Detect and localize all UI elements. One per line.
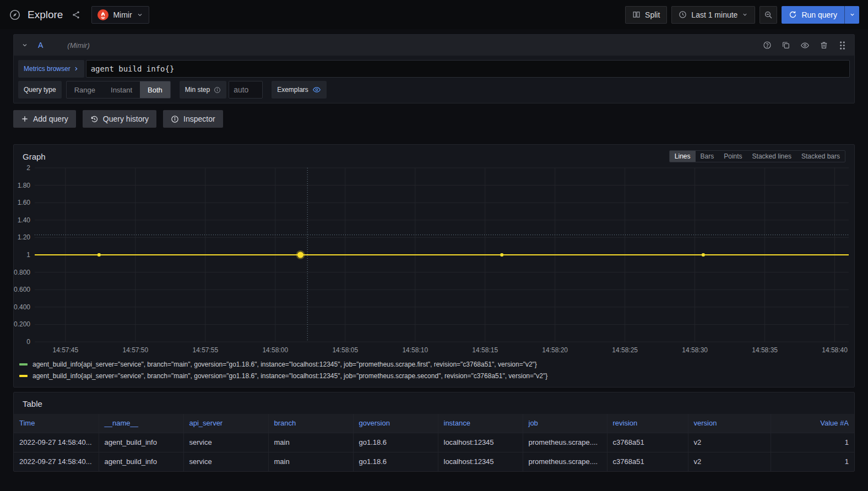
x-axis-tick-label: 14:58:15 — [472, 346, 498, 354]
exemplars-toggle[interactable]: Exemplars — [272, 81, 327, 99]
help-icon[interactable] — [763, 41, 772, 50]
column-header-value-a[interactable]: Value #A — [771, 414, 854, 433]
inspector-button[interactable]: Inspector — [163, 110, 223, 128]
mimir-logo-icon — [97, 9, 109, 20]
legend-label: agent_build_info{api_server="service", b… — [32, 372, 547, 380]
zoom-out-button[interactable] — [760, 6, 777, 24]
run-query-button[interactable]: Run query — [782, 6, 859, 24]
delete-query-trash-icon[interactable] — [820, 41, 828, 50]
table-cell: go1.18.6 — [353, 452, 438, 471]
table-cell: service — [183, 452, 268, 471]
refresh-icon — [789, 10, 797, 19]
column-header--name-[interactable]: __name__ — [99, 414, 183, 433]
table-cell: service — [183, 433, 268, 452]
graph-mode-stacked-bars[interactable]: Stacked bars — [796, 151, 845, 162]
split-button[interactable]: Split — [625, 6, 667, 24]
y-axis-tick-label: 0 — [26, 338, 30, 346]
query-ref-id[interactable]: A — [38, 41, 43, 50]
results-table: Time__name__api_serverbranchgoversionins… — [14, 414, 854, 471]
time-range-picker[interactable]: Last 1 minute — [671, 6, 755, 24]
y-axis-tick-label: 1.20 — [18, 233, 31, 241]
x-axis-tick-label: 14:58:05 — [332, 346, 358, 354]
legend-label: agent_build_info{api_server="service", b… — [32, 361, 537, 368]
y-axis-tick-label: 0.400 — [14, 303, 30, 311]
table-cell: main — [268, 433, 353, 452]
query-history-button[interactable]: Query history — [83, 110, 156, 128]
add-query-button[interactable]: Add query — [13, 110, 76, 128]
y-axis-tick-label: 0.800 — [14, 269, 30, 276]
legend-item-1[interactable]: agent_build_info{api_server="service", b… — [19, 370, 849, 381]
x-axis-tick-label: 14:58:25 — [612, 346, 638, 354]
y-axis-tick-label: 1.40 — [18, 216, 31, 224]
legend-swatch — [19, 375, 28, 377]
column-header-version[interactable]: version — [688, 414, 771, 433]
zoom-out-icon — [764, 10, 773, 19]
split-icon — [632, 10, 641, 19]
table-cell: v2 — [688, 433, 771, 452]
x-axis-tick-label: 14:58:00 — [262, 346, 288, 354]
y-axis-tick-label: 2 — [26, 165, 30, 172]
y-axis-tick-label: 0.200 — [14, 320, 30, 328]
chevron-down-icon — [849, 12, 855, 18]
page-title: Explore — [28, 9, 63, 21]
column-header-goversion[interactable]: goversion — [353, 414, 438, 433]
column-header-branch[interactable]: branch — [268, 414, 353, 433]
collapse-chevron-icon[interactable] — [21, 42, 28, 48]
table-cell: localhost:12345 — [438, 433, 523, 452]
data-point — [702, 253, 705, 257]
legend-swatch — [19, 363, 28, 365]
y-axis-tick-label: 1.80 — [18, 182, 31, 189]
query-type-option-both[interactable]: Both — [140, 81, 170, 98]
min-step-input[interactable] — [229, 81, 263, 99]
plus-icon — [21, 115, 29, 123]
table-cell: c3768a51 — [607, 433, 688, 452]
table-cell: go1.18.6 — [353, 433, 438, 452]
drag-handle-icon[interactable] — [838, 41, 847, 50]
metrics-browser-button[interactable]: Metrics browser — [18, 60, 84, 78]
chevron-down-icon — [742, 12, 748, 18]
x-axis-tick-label: 14:58:10 — [402, 346, 428, 354]
table-cell: 2022-09-27 14:58:40... — [14, 452, 99, 471]
graph-mode-bars[interactable]: Bars — [696, 151, 719, 162]
graph-panel-title: Graph — [23, 152, 46, 161]
y-axis-tick-label: 0.600 — [14, 286, 30, 293]
table-cell: v2 — [688, 452, 771, 471]
run-query-label: Run query — [801, 10, 837, 19]
share-icon[interactable] — [72, 10, 80, 19]
x-axis-tick-label: 14:57:50 — [122, 346, 148, 354]
table-cell: 1 — [771, 452, 854, 471]
info-circle-icon — [171, 115, 179, 123]
table-row: 2022-09-27 14:58:40...agent_build_infose… — [14, 452, 854, 471]
column-header-job[interactable]: job — [523, 414, 607, 433]
column-header-revision[interactable]: revision — [607, 414, 688, 433]
column-header-instance[interactable]: instance — [438, 414, 523, 433]
table-cell: prometheus.scrape.... — [523, 433, 607, 452]
table-panel-title: Table — [14, 392, 854, 414]
column-header-time[interactable]: Time — [14, 414, 99, 433]
duplicate-query-icon[interactable] — [782, 41, 790, 50]
chevron-right-icon — [73, 66, 79, 72]
query-type-option-instant[interactable]: Instant — [103, 81, 140, 98]
clock-icon — [679, 10, 687, 19]
column-header-api-server[interactable]: api_server — [183, 414, 268, 433]
x-axis-tick-label: 14:57:55 — [192, 346, 218, 354]
metrics-browser-label: Metrics browser — [24, 65, 70, 73]
run-query-dropdown[interactable] — [844, 6, 859, 24]
split-label: Split — [645, 10, 660, 19]
query-type-option-range[interactable]: Range — [67, 81, 103, 98]
x-axis-tick-label: 14:58:30 — [682, 346, 708, 354]
graph-canvas[interactable]: 21.801.601.401.2010.8000.6000.4000.20001… — [14, 165, 854, 356]
data-point — [97, 253, 101, 257]
disable-query-eye-icon[interactable] — [800, 41, 810, 50]
query-expression-input[interactable] — [86, 60, 850, 78]
table-cell: main — [268, 452, 353, 471]
graph-mode-stacked-lines[interactable]: Stacked lines — [747, 151, 796, 162]
query-datasource-hint: (Mimir) — [67, 41, 89, 50]
exemplars-eye-icon — [312, 85, 321, 94]
legend-item-0[interactable]: agent_build_info{api_server="service", b… — [19, 358, 849, 370]
datasource-picker[interactable]: Mimir — [91, 6, 149, 24]
query-editor-panel: A (Mimir) — [13, 34, 855, 103]
query-type-label: Query type — [18, 81, 62, 99]
graph-mode-lines[interactable]: Lines — [670, 151, 696, 162]
graph-mode-points[interactable]: Points — [719, 151, 747, 162]
